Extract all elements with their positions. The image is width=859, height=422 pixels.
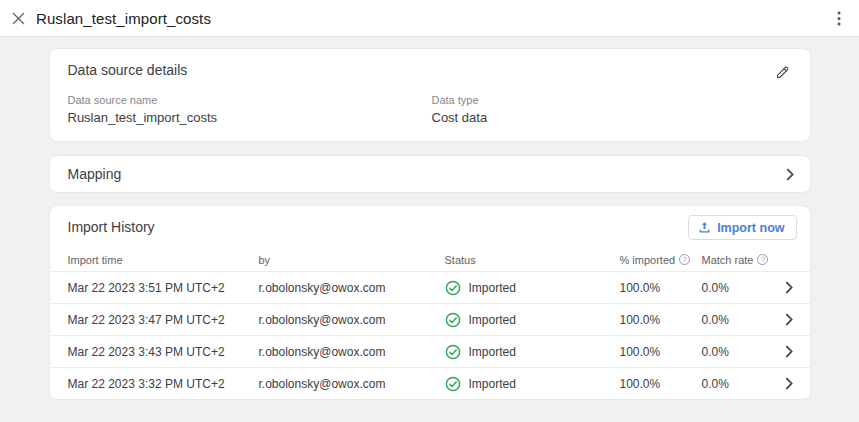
close-icon [12,12,25,25]
match-rate-cell: 0.0% [702,377,785,391]
edit-button[interactable] [770,59,796,85]
import-history-title: Import History [68,219,155,236]
check-circle-icon [445,280,461,296]
chevron-right-icon [786,168,794,181]
page-title: Ruslan_test_import_costs [36,10,211,27]
imported-by-cell: r.obolonsky@owox.com [259,313,445,327]
status-badge: Imported [469,313,516,327]
column-header-match-rate: Match rate ? [702,254,785,266]
column-header-by: by [259,254,445,266]
status-badge: Imported [469,345,516,359]
status-cell: Imported [445,312,620,328]
help-icon[interactable]: ? [679,254,690,265]
mapping-title: Mapping [68,166,122,183]
match-rate-cell: 0.0% [702,281,785,295]
close-button[interactable] [0,0,36,36]
check-circle-icon [445,312,461,328]
import-history-header: Import History Import now [50,206,810,248]
import-now-button[interactable]: Import now [688,215,796,240]
imported-by-cell: r.obolonsky@owox.com [259,377,445,391]
chevron-right-icon [785,345,793,358]
import-time-cell: Mar 22 2023 3:51 PM UTC+2 [68,281,259,295]
row-details-button[interactable] [785,377,793,390]
import-time-cell: Mar 22 2023 3:32 PM UTC+2 [68,377,259,391]
data-source-details-card: Data source details Data source name Rus… [49,48,811,142]
import-history-row[interactable]: Mar 22 2023 3:43 PM UTC+2 r.obolonsky@ow… [50,335,810,367]
row-details-button[interactable] [785,345,793,358]
status-badge: Imported [469,281,516,295]
check-circle-icon [445,344,461,360]
import-now-label: Import now [717,221,784,235]
imported-by-cell: r.obolonsky@owox.com [259,281,445,295]
kebab-menu-icon [837,11,841,26]
main-content: Data source details Data source name Rus… [0,37,859,400]
chevron-right-icon [785,377,793,390]
field-data-type: Data type Cost data [432,94,792,126]
data-source-fields: Data source name Ruslan_test_import_cost… [68,94,792,126]
column-header-status: Status [445,254,620,266]
field-label: Data type [432,94,792,107]
field-value: Cost data [432,110,792,126]
import-time-cell: Mar 22 2023 3:47 PM UTC+2 [68,313,259,327]
column-header-imported-label: % imported [620,254,676,266]
column-header-import-time: Import time [68,254,259,266]
status-cell: Imported [445,376,620,392]
column-header-imported: % imported ? [620,254,702,266]
check-circle-icon [445,376,461,392]
overflow-menu-button[interactable] [823,0,855,36]
mapping-card[interactable]: Mapping [49,155,811,193]
import-history-row[interactable]: Mar 22 2023 3:47 PM UTC+2 r.obolonsky@ow… [50,303,810,335]
field-value: Ruslan_test_import_costs [68,110,432,126]
status-cell: Imported [445,344,620,360]
import-time-cell: Mar 22 2023 3:43 PM UTC+2 [68,345,259,359]
chevron-right-icon [785,281,793,294]
field-data-source-name: Data source name Ruslan_test_import_cost… [68,94,432,126]
imported-by-cell: r.obolonsky@owox.com [259,345,445,359]
column-header-match-rate-label: Match rate [702,254,754,266]
match-rate-cell: 0.0% [702,345,785,359]
match-rate-cell: 0.0% [702,313,785,327]
chevron-right-icon [785,313,793,326]
table-header-row: Import time by Status % imported ? Match… [50,248,810,271]
data-source-details-title: Data source details [68,62,792,79]
help-icon[interactable]: ? [757,254,768,265]
percent-imported-cell: 100.0% [620,377,702,391]
percent-imported-cell: 100.0% [620,281,702,295]
import-history-row[interactable]: Mar 22 2023 3:32 PM UTC+2 r.obolonsky@ow… [50,367,810,399]
status-badge: Imported [469,377,516,391]
import-history-table-body: Mar 22 2023 3:51 PM UTC+2 r.obolonsky@ow… [50,271,810,399]
status-cell: Imported [445,280,620,296]
percent-imported-cell: 100.0% [620,345,702,359]
import-history-row[interactable]: Mar 22 2023 3:51 PM UTC+2 r.obolonsky@ow… [50,271,810,303]
upload-icon [698,221,711,234]
field-label: Data source name [68,94,432,107]
edit-pencil-icon [775,65,790,80]
row-details-button[interactable] [785,313,793,326]
row-details-button[interactable] [785,281,793,294]
import-history-card: Import History Import now Import time by… [49,205,811,400]
top-bar: Ruslan_test_import_costs [0,0,859,37]
percent-imported-cell: 100.0% [620,313,702,327]
